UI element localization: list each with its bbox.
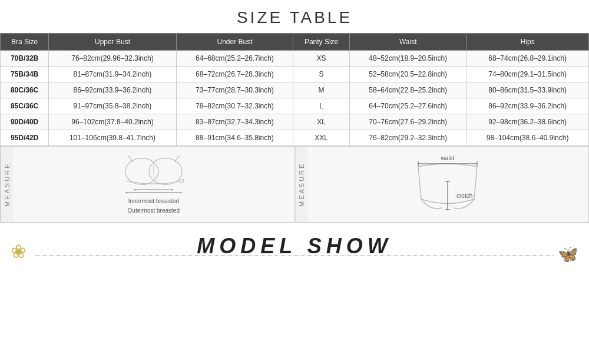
panty-measure-box: MEASURE waist crotch [295, 147, 589, 222]
table-cell: 70B/32B [1, 51, 49, 67]
table-cell: 91–97cm(35.8–38.2inch) [49, 98, 177, 114]
table-cell: 68–74cm(26.8–29.1inch) [466, 51, 589, 67]
table-cell: 86–92cm(33.9–36.2inch) [49, 82, 177, 98]
bra-illustration [107, 153, 201, 194]
bra-measure-label: MEASURE [1, 147, 13, 222]
table-cell: 83–87cm(32.7–34.3inch) [176, 114, 293, 130]
table-cell: 86–92cm(33.9–36.2inch) [466, 98, 589, 114]
table-cell: 81–87cm(31.9–34.2inch) [49, 67, 177, 82]
bra-measure-annotations: Innermost breasted Outermost breasted [128, 197, 180, 216]
butterfly-icon: 🦋 [558, 244, 578, 264]
table-cell: 92–98cm(36.2–38.6inch) [466, 114, 589, 130]
table-cell: 98–104cm(38.6–40.9inch) [466, 130, 589, 146]
flower-icon: ❀ [11, 240, 27, 263]
table-row: 75B/34B81–87cm(31.9–34.2inch)68–72cm(26.… [1, 67, 589, 82]
panty-illustration: waist crotch [389, 152, 507, 217]
col-header-under-bust: Under Bust [176, 34, 293, 51]
table-cell: 68–72cm(26.7–28.3inch) [176, 67, 293, 82]
table-row: 80C/36C86–92cm(33.9–36.2inch)73–77cm(28.… [1, 82, 589, 98]
table-cell: 80–86cm(31.5–33.9inch) [466, 82, 589, 98]
table-cell: XS [293, 51, 350, 67]
table-cell: 95D/42D [1, 130, 49, 146]
table-cell: 70–76cm(27.6–29.2inch) [350, 114, 466, 130]
table-cell: XXL [293, 130, 350, 146]
panty-measure-label: MEASURE [295, 147, 307, 222]
table-cell: 76–82cm(29.2–32.3inch) [350, 130, 466, 146]
table-cell: 80C/36C [1, 82, 49, 98]
table-cell: XL [293, 114, 350, 130]
table-cell: 78–82cm(30.7–32.3inch) [176, 98, 293, 114]
table-row: 85C/36C91–97cm(35.8–38.2inch)78–82cm(30.… [1, 98, 589, 114]
table-cell: 58–64cm(22.8–25.2inch) [350, 82, 466, 98]
size-table: Bra Size Upper Bust Under Bust Panty Siz… [0, 33, 589, 146]
table-cell: 75B/34B [1, 67, 49, 82]
table-cell: 64–68cm(25.2–26.7inch) [176, 51, 293, 67]
bra-measure-content: Innermost breasted Outermost breasted [13, 147, 294, 222]
table-cell: 101–106cm(39.8–41.7inch) [49, 130, 177, 146]
table-cell: 48–52cm(18.9–20.5inch) [350, 51, 466, 67]
col-header-bra-size: Bra Size [1, 34, 49, 51]
measure-section: MEASURE [0, 146, 589, 223]
bra-measure-box: MEASURE [1, 147, 295, 222]
table-cell: 76–82cm(29.96–32.3inch) [49, 51, 177, 67]
table-cell: 64–70cm(25.2–27.6inch) [350, 98, 466, 114]
svg-line-2 [153, 164, 154, 181]
table-cell: 90D/40D [1, 114, 49, 130]
page-title: SIZE TABLE [0, 0, 589, 33]
col-header-upper-bust: Upper Bust [49, 34, 177, 51]
table-cell: 88–91cm(34.6–35.8inch) [176, 130, 293, 146]
svg-text:crotch: crotch [456, 193, 472, 199]
table-cell: 96–102cm(37.8–40.2inch) [49, 114, 177, 130]
table-cell: 73–77cm(28.7–30.3inch) [176, 82, 293, 98]
table-cell: 74–80cm(29.1–31.5inch) [466, 67, 589, 82]
table-row: 70B/32B76–82cm(29.96–32.3inch)64–68cm(25… [1, 51, 589, 67]
table-cell: 85C/36C [1, 98, 49, 114]
table-row: 95D/42D101–106cm(39.8–41.7inch)88–91cm(3… [1, 130, 589, 146]
table-cell: L [293, 98, 350, 114]
col-header-hips: Hips [466, 34, 589, 51]
table-row: 90D/40D96–102cm(37.8–40.2inch)83–87cm(32… [1, 114, 589, 130]
col-header-waist: Waist [350, 34, 466, 51]
panty-measure-content: waist crotch [307, 147, 589, 222]
svg-text:waist: waist [441, 155, 455, 161]
dotted-line [35, 255, 554, 256]
table-cell: S [293, 67, 350, 82]
model-show-section: ❀ MODEL SHOW 🦋 [0, 223, 589, 269]
table-cell: 52–58cm(20.5–22.8inch) [350, 67, 466, 82]
table-cell: M [293, 82, 350, 98]
col-header-panty-size: Panty Size [293, 34, 350, 51]
